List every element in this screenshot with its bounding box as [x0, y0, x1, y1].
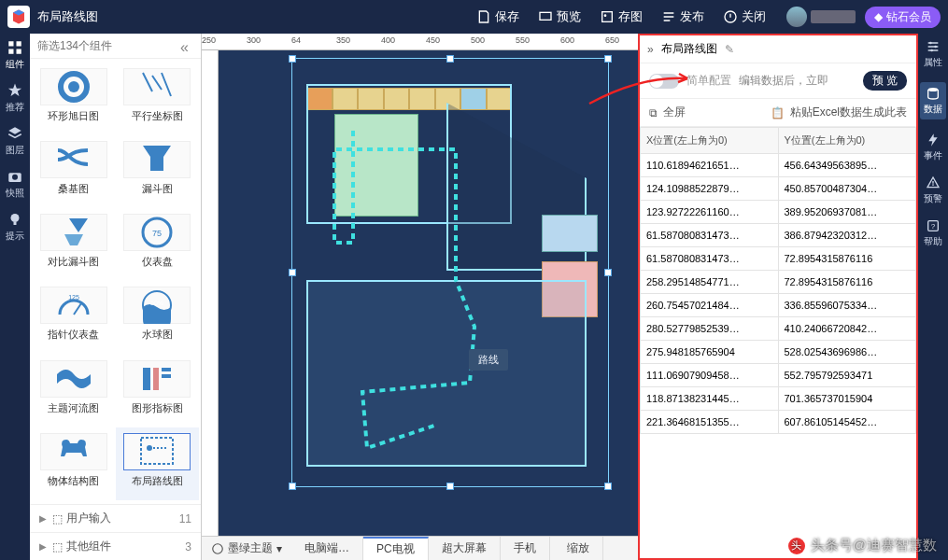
publish-button[interactable]: 发布: [661, 8, 704, 25]
col-header[interactable]: X位置(左上角为0): [641, 128, 779, 154]
gauge2-thumb: 125: [40, 287, 107, 324]
device-tab-电脑端…[interactable]: 电脑端…: [291, 537, 363, 560]
paste-excel-label[interactable]: 粘贴Excel数据生成此表: [790, 105, 907, 120]
collapse-right-icon[interactable]: »: [647, 43, 654, 56]
svg-rect-6: [8, 49, 13, 54]
help-icon: ?: [926, 218, 941, 233]
table-row[interactable]: 221.36468151355…607.86105145452…: [641, 411, 916, 434]
handle-bl[interactable]: [289, 483, 296, 490]
left-rail-组件[interactable]: 组件: [2, 39, 28, 71]
close-label: 关闭: [742, 8, 766, 25]
star-icon: [7, 82, 23, 99]
copy-icon[interactable]: ⧉: [649, 106, 658, 119]
table-row[interactable]: 258.29514854771…72.8954315876116: [641, 271, 916, 294]
save-button[interactable]: 保存: [476, 8, 519, 25]
edit-hint: 编辑数据后，立即: [739, 73, 856, 89]
watermark-text: 头条号@迪赛智慧数: [811, 537, 937, 554]
right-rail-预警[interactable]: 预警: [920, 175, 946, 205]
table-row[interactable]: 280.52779852539…410.24066720842…: [641, 317, 916, 341]
device-tab-手机[interactable]: 手机: [501, 537, 550, 560]
zoom-control[interactable]: 缩放: [554, 537, 603, 560]
saveimage-button[interactable]: 存图: [600, 8, 643, 25]
saveimage-label: 存图: [618, 8, 643, 25]
table-row[interactable]: 275.948185765904528.02543696986…: [641, 341, 916, 364]
chevron-right-icon: ▶: [39, 541, 47, 552]
edit-title-icon[interactable]: ✎: [725, 43, 734, 56]
save-label: 保存: [495, 8, 519, 25]
search-input[interactable]: [37, 39, 180, 52]
table-row[interactable]: 123.92722261160…389.95206937081…: [641, 201, 916, 224]
avatar[interactable]: [786, 7, 807, 27]
right-rail-属性[interactable]: 属性: [920, 39, 946, 69]
component-label: 漏斗图: [142, 182, 173, 196]
canvas[interactable]: 路线: [219, 50, 638, 536]
table-row[interactable]: 61.587080831473…72.8954315876116: [641, 247, 916, 271]
handle-tm[interactable]: [446, 55, 454, 63]
device-tab-PC电视[interactable]: PC电视: [363, 537, 429, 560]
device-tab-超大屏幕[interactable]: 超大屏幕: [429, 537, 501, 560]
component-cow[interactable]: 物体结构图: [32, 427, 116, 500]
data-table[interactable]: X位置(左上角为0)Y位置(左上角为0) 110.61894621651…456…: [640, 127, 916, 434]
sunburst-thumb: [40, 68, 107, 105]
component-parallel[interactable]: 平行坐标图: [116, 63, 200, 135]
paste-icon[interactable]: 📋: [771, 106, 785, 119]
table-row[interactable]: 111.06907909458…552.795792593471: [641, 364, 916, 387]
handle-ml[interactable]: [289, 269, 296, 276]
component-gauge[interactable]: 75仪表盘: [116, 208, 200, 281]
component-funnel2[interactable]: 对比漏斗图: [32, 208, 116, 281]
handle-mr[interactable]: [604, 269, 612, 276]
panel-title: 布局路线图: [661, 41, 717, 57]
handle-tr[interactable]: [604, 55, 612, 63]
svg-text:75: 75: [152, 229, 162, 238]
footer-其他组件[interactable]: ▶⬚其他组件3: [30, 532, 201, 560]
handle-tl[interactable]: [289, 55, 296, 63]
component-label: 对比漏斗图: [48, 255, 99, 269]
left-rail-提示[interactable]: 提示: [2, 211, 28, 243]
cow-thumb: [40, 433, 107, 470]
table-row[interactable]: 110.61894621651…456.64349563895…: [641, 154, 916, 177]
svg-rect-20: [143, 368, 150, 390]
component-liquid[interactable]: 50%水球图: [116, 281, 200, 354]
fullscreen-label[interactable]: 全屏: [663, 105, 686, 120]
table-row[interactable]: 61.587080831473…386.87942320312…: [641, 224, 916, 247]
gauge-thumb: 75: [123, 214, 191, 251]
theme-selector[interactable]: 墨绿主题▾: [202, 540, 291, 556]
left-rail-推荐[interactable]: 推荐: [2, 82, 28, 114]
right-rail-帮助[interactable]: ?帮助: [920, 218, 946, 248]
close-button[interactable]: 关闭: [723, 8, 766, 25]
right-rail-数据[interactable]: 数据: [920, 82, 946, 119]
right-rail-事件[interactable]: 事件: [920, 133, 946, 162]
preview-button[interactable]: 预览: [538, 8, 581, 25]
svg-rect-7: [17, 49, 21, 54]
handle-br[interactable]: [604, 483, 612, 490]
component-gauge2[interactable]: 125指针仪表盘: [32, 281, 116, 354]
simple-config-toggle[interactable]: [649, 74, 679, 89]
component-pictograph[interactable]: 图形指标图: [116, 355, 200, 427]
col-header[interactable]: Y位置(左上角为0): [778, 128, 916, 154]
vip-badge[interactable]: ◆钻石会员: [865, 7, 941, 28]
collapse-icon[interactable]: «: [180, 39, 193, 52]
data-table-wrap: X位置(左上角为0)Y位置(左上角为0) 110.61894621651…456…: [640, 127, 916, 558]
component-sunburst[interactable]: 环形旭日图: [32, 63, 116, 135]
svg-point-10: [11, 214, 20, 222]
component-routemap[interactable]: 布局路线图: [116, 427, 200, 500]
route-tooltip: 路线: [469, 349, 508, 371]
table-row[interactable]: 118.87138231445…701.365737015904: [641, 387, 916, 411]
bulb-icon: [7, 211, 23, 228]
watermark: 头 头条号@迪赛智慧数: [788, 537, 937, 554]
component-river[interactable]: 主题河流图: [32, 355, 116, 427]
component-funnel[interactable]: 漏斗图: [116, 135, 200, 208]
preview-data-button[interactable]: 预 览: [863, 71, 907, 91]
zoom-label: 缩放: [567, 540, 589, 556]
left-rail-图层[interactable]: 图层: [2, 125, 28, 157]
alert-icon: [926, 175, 941, 190]
component-sankey[interactable]: 桑基图: [32, 135, 116, 208]
properties-panel: » 布局路线图 ✎ 简单配置 编辑数据后，立即 预 览 ⧉ 全屏 📋 粘贴Exc…: [638, 34, 918, 560]
page-title: 布局路线图: [37, 8, 98, 25]
footer-用户输入[interactable]: ▶⬚用户输入11: [30, 504, 201, 532]
main-area: 组件推荐图层快照提示 « 环形旭日图平行坐标图桑基图漏斗图对比漏斗图75仪表盘1…: [0, 34, 948, 560]
table-row[interactable]: 124.10988522879…450.85700487304…: [641, 177, 916, 201]
left-rail-快照[interactable]: 快照: [2, 168, 28, 200]
handle-bm[interactable]: [446, 483, 454, 490]
table-row[interactable]: 260.75457021484…336.85596075334…: [641, 294, 916, 317]
